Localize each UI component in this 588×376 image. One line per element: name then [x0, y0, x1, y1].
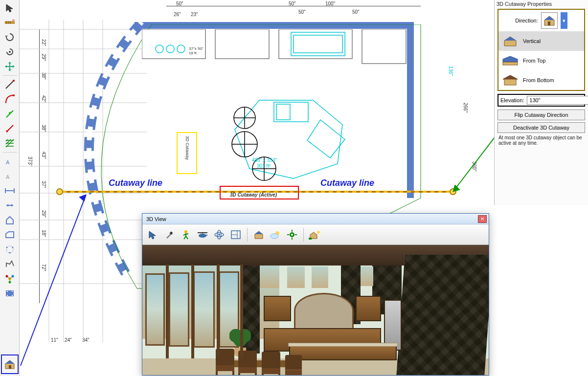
- svg-text:#: #: [12, 20, 15, 22]
- direction-row: Direction: ▾: [498, 10, 584, 31]
- house-icon: [543, 15, 556, 26]
- plan-tool[interactable]: [228, 227, 243, 242]
- lighting-tool[interactable]: [308, 227, 322, 242]
- fly-tool[interactable]: [195, 227, 210, 242]
- walk-tool[interactable]: [179, 227, 193, 242]
- 3d-view-titlebar[interactable]: 3D View ✕: [142, 214, 489, 224]
- option-label: From Top: [523, 58, 545, 64]
- elevation-row: Elevation:: [498, 94, 585, 107]
- svg-point-98: [317, 231, 320, 234]
- svg-rect-38: [9, 365, 11, 369]
- scene-stone-wall-right: [396, 255, 489, 375]
- deactivate-cutaway-button[interactable]: Deactivate 3D Cutaway: [498, 122, 585, 133]
- cutaway-active-label: 3D Cutaway (Active): [230, 192, 277, 198]
- house-view[interactable]: [251, 227, 266, 242]
- 3d-scene[interactable]: [142, 245, 489, 375]
- settings-tool[interactable]: [285, 227, 299, 242]
- svg-rect-77: [504, 79, 516, 85]
- elevation-label: Elevation:: [500, 97, 524, 103]
- house-bottom-icon: [501, 73, 519, 87]
- house-top-icon: [501, 54, 519, 67]
- panel-hint: At most one 3D cutaway object can be act…: [495, 135, 588, 146]
- snap-out-tool[interactable]: [2, 122, 17, 135]
- properties-panel: 3D Cutaway Properties Direction: ▾ Verti…: [494, 0, 588, 205]
- scene-window: [169, 272, 189, 347]
- orbit-tool[interactable]: [212, 227, 226, 242]
- island-dims: 408" x 333": [252, 157, 277, 163]
- svg-point-91: [271, 234, 278, 239]
- arc-tool[interactable]: [2, 92, 17, 106]
- scene-clerestory: [260, 266, 279, 288]
- svg-point-86: [218, 234, 220, 236]
- text-ortho-tool[interactable]: A: [2, 169, 17, 183]
- scene-clerestory: [287, 266, 305, 288]
- scene-pillar: [240, 265, 243, 358]
- pattern-tool[interactable]: [2, 136, 17, 150]
- svg-point-82: [202, 232, 204, 233]
- text-tool[interactable]: A: [2, 155, 17, 168]
- scene-pillar: [166, 265, 169, 358]
- snap-in-tool[interactable]: [2, 107, 17, 121]
- direction-dropdown[interactable]: ▾: [561, 12, 567, 29]
- option-label: From Bottom: [523, 77, 554, 83]
- counters-top: [142, 29, 416, 73]
- flip-direction-button[interactable]: Flip Cutaway Direction: [498, 110, 585, 120]
- svg-point-79: [184, 230, 187, 233]
- panel-title: 3D Cutaway Properties: [495, 0, 588, 8]
- elevation-input[interactable]: [527, 96, 588, 105]
- house-vertical-icon: [501, 34, 519, 48]
- arrow-tool-to-line: [12, 190, 100, 375]
- separator: [2, 75, 17, 76]
- scene-window: [193, 271, 215, 348]
- separator: [247, 228, 248, 242]
- annotation-cutaway-left: Cutaway line: [109, 178, 162, 188]
- counter-note: 37"x 50" 18 ft: [189, 46, 204, 55]
- scene-island: [289, 346, 397, 360]
- svg-text:A: A: [6, 174, 10, 180]
- select-tool[interactable]: [2, 1, 17, 15]
- svg-rect-63: [276, 104, 290, 120]
- svg-rect-55: [279, 29, 352, 59]
- measure-tool[interactable]: #: [2, 16, 17, 29]
- weather-tool[interactable]: [268, 227, 283, 242]
- separator: [2, 152, 17, 153]
- scene-chair: [285, 355, 302, 375]
- scene-chair: [262, 352, 280, 375]
- separator: [303, 228, 304, 242]
- svg-point-9: [13, 80, 15, 82]
- svg-rect-35: [7, 295, 8, 296]
- option-label: Vertical: [523, 38, 541, 44]
- svg-rect-34: [7, 291, 8, 292]
- svg-rect-56: [362, 29, 406, 64]
- svg-rect-62: [274, 102, 308, 122]
- svg-point-25: [9, 252, 10, 254]
- scene-pillar: [217, 265, 220, 358]
- island-area: 301 ft²: [257, 163, 271, 169]
- 3d-view-title: 3D View: [146, 216, 166, 222]
- 3d-view-toolbar: [142, 224, 489, 245]
- svg-rect-75: [548, 22, 550, 25]
- arrow-tool[interactable]: [145, 227, 160, 242]
- move-tool[interactable]: [2, 60, 17, 73]
- 3d-view-window[interactable]: 3D View ✕: [142, 213, 489, 376]
- eyedropper-tool[interactable]: [162, 227, 177, 242]
- svg-point-23: [6, 247, 7, 248]
- svg-line-8: [6, 81, 14, 88]
- scene-window: [145, 273, 165, 346]
- line-tool[interactable]: [2, 78, 17, 91]
- svg-line-73: [21, 195, 86, 366]
- scene-upper-cabinet: [264, 296, 291, 321]
- rotate-step-tool[interactable]: [2, 45, 17, 59]
- direction-preview: [541, 12, 558, 29]
- close-button[interactable]: ✕: [478, 215, 487, 223]
- annotation-cutaway-right: Cutaway line: [320, 178, 374, 188]
- direction-option-from-top[interactable]: From Top: [498, 51, 584, 70]
- svg-point-5: [9, 51, 11, 53]
- scene-island-top: [288, 343, 398, 347]
- direction-option-from-bottom[interactable]: From Bottom: [498, 70, 584, 90]
- direction-option-vertical[interactable]: Vertical: [498, 31, 584, 51]
- rotate-free-tool[interactable]: [2, 30, 17, 44]
- svg-point-97: [291, 234, 293, 236]
- scene-pillar: [191, 265, 194, 358]
- scene-clerestory: [361, 266, 373, 286]
